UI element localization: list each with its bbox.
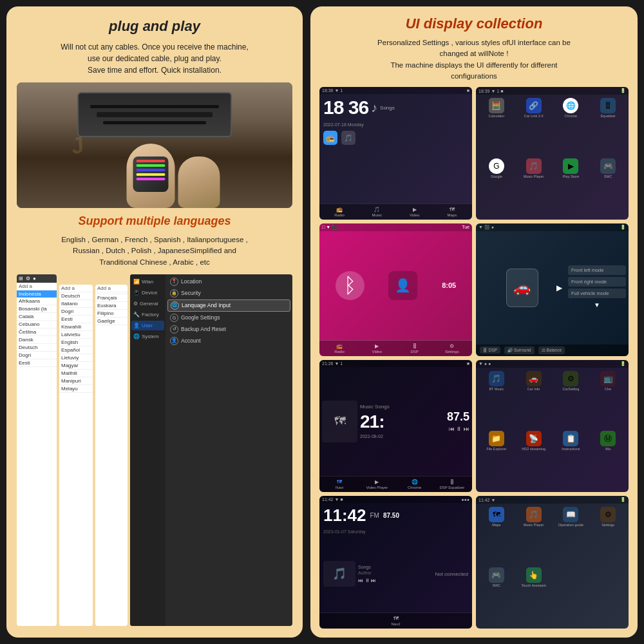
lang-list-2: Add a Deutsch Italiano Dogri Eesti Kiswa… [59, 285, 93, 626]
app-touchassistant[interactable]: 👆 Touch Assistant [516, 567, 551, 625]
app-che[interactable]: 📺 Che [591, 371, 625, 429]
nav-dsp-3[interactable]: 🎛DSP [399, 343, 431, 354]
settings-area: ⊞⚙● Add a Indonesia Afrikaans Bosanski (… [17, 274, 292, 626]
settings-location[interactable]: Location [181, 278, 202, 285]
main-container: plug and play Will not cut any cables. O… [6, 6, 638, 638]
ui-cell-bluetooth: □ ▼ ⬛ Tue ᛒ 👤 8:05 📻Radio ▶Video 🎛DSP ⚙S… [319, 223, 472, 356]
app-chrome[interactable]: 🌐 Chrome [554, 98, 589, 156]
nav-video-3[interactable]: ▶Video [361, 343, 393, 354]
app-musicplayer2[interactable]: 🎵 Music Player [516, 507, 551, 565]
nav-navi-5[interactable]: 🗺Navi [323, 479, 355, 489]
app-equalizer[interactable]: 🎛 Equalizer [591, 98, 625, 156]
app-calculator[interactable]: 🧮 Calculator [479, 98, 514, 156]
plug-desc: Will not cut any cables. Once you receiv… [17, 41, 292, 76]
settings-security[interactable]: Security [181, 290, 201, 296]
ui-cell-clockradio: 11:42 ▼ ■ ●●● 11:42 FM 87.50 2023-01-07 … [319, 496, 472, 629]
bottom-nav-7: 🗺Nav2 [319, 612, 472, 629]
languages-desc: English , German , French , Spanish , It… [17, 234, 292, 268]
app-musicplayer[interactable]: 🎵 Music Player [516, 158, 551, 216]
ui-cell-apps2: ▼ ● ● 🔋 🎵 BT Music 🚗 Car Info ⚙ CarSetti… [476, 360, 629, 493]
app-settings2[interactable]: ⚙ Settings [591, 507, 625, 565]
right-panel: UI display collection Personalized Setti… [310, 6, 638, 638]
ui-grid: 18:36 ▼ 1 ■ 18 36 ♪ Songs 2022-07-18 Mon… [319, 87, 629, 629]
cell-topbar-2: 18:39 ▼ 1 ■ 🔋 [476, 87, 629, 95]
cell-topbar-5: 21:26 ▼ 1 ■ [319, 360, 472, 367]
cell-topbar-6: ▼ ● ● 🔋 [476, 360, 629, 368]
left-panel: plug and play Will not cut any cables. O… [6, 6, 303, 638]
bottom-nav-5: 🗺Navi ▶Video Player 🌐Chrome 🎛DSP Equaliz… [319, 476, 472, 492]
cell-topbar-3: □ ▼ ⬛ Tue [319, 223, 472, 231]
nav-nav2-7[interactable]: 🗺Nav2 [323, 616, 468, 626]
cell-topbar-4: ▼ ⬛ ● 🔋 [476, 223, 629, 231]
full-vehicle-mode[interactable]: Full vehicle mode [568, 289, 626, 298]
front-left-mode[interactable]: Front left mode [568, 265, 626, 275]
app-hd2streaming[interactable]: 📡 HD2 streaming [516, 431, 551, 489]
ui-cell-music: 21:26 ▼ 1 ■ 🗺 Music Songs 21: 2022-08-02… [319, 360, 472, 493]
balance-btn[interactable]: ⚖ Balance [538, 346, 565, 354]
settings-account[interactable]: Account [181, 337, 201, 344]
cell-topbar-7: 11:42 ▼ ■ ●●● [319, 496, 472, 503]
ui-cell-apps: 18:39 ▼ 1 ■ 🔋 🧮 Calculator 🔗 Car Link 2.… [476, 87, 629, 220]
languages-title: Support multiple languages [17, 214, 292, 228]
ui-cell-mapapps: 11:42 ▼ 🔋 🗺 Maps 🎵 Music Player 📖 Operat… [476, 496, 629, 629]
lang-list-3: Add a Français Euskara Filipino Gaeilge [95, 285, 128, 626]
app-swc[interactable]: 🎮 SWC [591, 158, 625, 216]
ui-desc: Personalized Settings , various styles o… [319, 37, 629, 82]
front-right-mode[interactable]: Front right mode [568, 277, 626, 287]
app-operationguide[interactable]: 📖 Operation guide [554, 507, 589, 565]
surround-btn[interactable]: 🔊 Surround [504, 346, 535, 354]
app-maps[interactable]: 🗺 Maps [479, 507, 514, 565]
app-btmusic[interactable]: 🎵 BT Music [479, 371, 514, 429]
app-playstore[interactable]: ▶ Play Store [554, 158, 589, 216]
app-ma[interactable]: Ⓜ Ma [591, 431, 625, 489]
app-fileexplorer[interactable]: 📁 File Explorer [479, 431, 514, 489]
app-google[interactable]: G Google [479, 158, 514, 216]
settings-google[interactable]: Google Settings [181, 314, 220, 321]
cell-topbar-1: 18:36 ▼ 1 ■ [319, 87, 472, 94]
bottom-nav-3: 📻Radio ▶Video 🎛DSP ⚙Settings [319, 340, 472, 356]
app-carinfo[interactable]: 🚗 Car Info [516, 371, 551, 429]
plug-title: plug and play [17, 18, 292, 35]
ui-title: UI display collection [319, 15, 629, 32]
ui-cell-carseat: ▼ ⬛ ● 🔋 🚗 ▶ Front left mode Front right … [476, 223, 629, 356]
dsp-btn[interactable]: 🎛 DSP [480, 346, 500, 354]
app-swc2[interactable]: 🎮 SWC [479, 567, 514, 625]
lang-list-1: ⊞⚙● Add a Indonesia Afrikaans Bosanski (… [17, 274, 57, 626]
nav-dsp-5[interactable]: 🎛DSP Equalizer [436, 479, 468, 489]
app-carsetting[interactable]: ⚙ CarSetting [554, 371, 589, 429]
bottom-nav-1: 📻 Radio 🎵 Music ▶ Video 🗺 Maps [319, 204, 472, 220]
nav-settings-3[interactable]: ⚙Settings [436, 343, 468, 354]
ui-cell-clock: 18:36 ▼ 1 ■ 18 36 ♪ Songs 2022-07-18 Mon… [319, 87, 472, 220]
nav-maps-1[interactable]: 🗺 Maps [436, 207, 468, 217]
cell-topbar-8: 11:42 ▼ 🔋 [476, 496, 629, 504]
nav-videoplayer-5[interactable]: ▶Video Player [361, 479, 393, 489]
nav-radio-3[interactable]: 📻Radio [323, 343, 355, 354]
nav-music-1[interactable]: 🎵 Music [361, 207, 393, 217]
car-installation-image: J [17, 82, 292, 208]
settings-panel: 📶Wlan 📱Device ⚙General 🔧Factory 👤User [130, 274, 292, 626]
nav-radio-1[interactable]: 📻 Radio [323, 207, 355, 217]
dsp-bar: 🎛 DSP 🔊 Surround ⚖ Balance [476, 345, 629, 356]
settings-backup[interactable]: Backup And Reset [181, 326, 226, 332]
app-instructions[interactable]: 📋 Instructions [554, 431, 589, 489]
settings-language-input[interactable]: Lanquage And Input [182, 302, 231, 308]
nav-video-1[interactable]: ▶ Video [399, 207, 431, 217]
nav-chrome-5[interactable]: 🌐Chrome [399, 479, 431, 489]
app-carlink[interactable]: 🔗 Car Link 2.0 [516, 98, 551, 156]
